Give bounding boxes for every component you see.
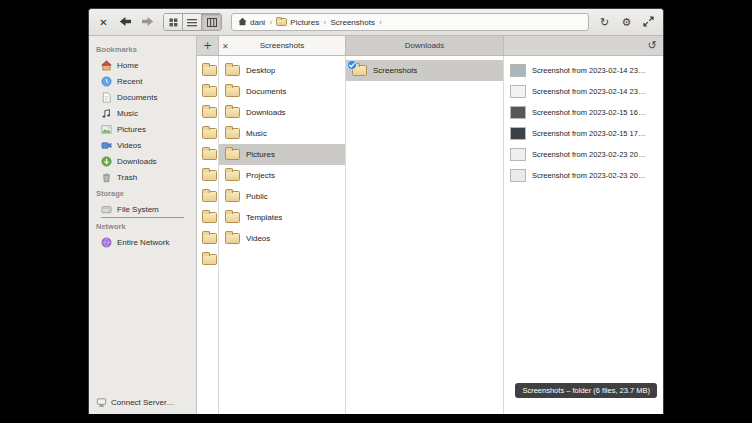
gear-icon: ⚙ <box>622 16 632 29</box>
parent-folder-item[interactable] <box>197 81 218 102</box>
folder-row-documents[interactable]: Documents <box>219 81 345 102</box>
sidebar-item-music[interactable]: Music <box>89 105 196 121</box>
folder-name: Templates <box>246 213 282 222</box>
parent-folder-item[interactable] <box>197 165 218 186</box>
folder-row-public[interactable]: Public <box>219 186 345 207</box>
file-row[interactable]: Screenshot from 2023-02-15 16… <box>504 102 663 123</box>
main-area: Bookmarks Home Recent Documents Music Pi… <box>89 36 663 414</box>
grid-view-button[interactable] <box>164 14 183 30</box>
column-view-button[interactable] <box>202 14 221 30</box>
toolbar: ✕ dani › Pictu <box>89 9 663 36</box>
breadcrumb-label: dani <box>250 18 265 27</box>
connect-server-label: Connect Server… <box>111 398 175 407</box>
folder-icon <box>276 18 287 26</box>
breadcrumb-label: Pictures <box>290 18 319 27</box>
sidebar-item-videos[interactable]: Videos <box>89 137 196 153</box>
folder-icon <box>202 254 217 265</box>
breadcrumb-home[interactable]: dani <box>235 17 268 28</box>
breadcrumb-label: Screenshots <box>330 18 374 27</box>
file-row[interactable]: Screenshot from 2023-02-23 20… <box>504 144 663 165</box>
folder-icon <box>202 170 217 181</box>
column-parent <box>197 56 219 414</box>
folder-icon <box>202 212 217 223</box>
file-row[interactable]: Screenshot from 2023-02-14 23… <box>504 81 663 102</box>
folder-row-videos[interactable]: Videos <box>219 228 345 249</box>
sidebar-item-home[interactable]: Home <box>89 57 196 73</box>
tab-screenshots[interactable]: ✕ Screenshots <box>219 36 346 55</box>
file-row[interactable]: Screenshot from 2023-02-14 23… <box>504 60 663 81</box>
sidebar-item-label: Documents <box>117 93 157 102</box>
parent-folder-item[interactable] <box>197 249 218 270</box>
status-tooltip: Screenshots – folder (6 files, 23.7 MB) <box>515 383 657 398</box>
folder-name: Videos <box>246 234 270 243</box>
new-tab-button[interactable]: + <box>197 36 219 55</box>
folder-row-pictures[interactable]: Pictures <box>219 144 345 165</box>
folder-name: Documents <box>246 87 286 96</box>
sidebar-section-network: Network <box>89 218 196 234</box>
parent-folder-item[interactable] <box>197 60 218 81</box>
file-name: Screenshot from 2023-02-15 16… <box>532 108 645 117</box>
column-view-icon <box>207 15 217 30</box>
forward-button[interactable] <box>138 13 157 32</box>
maximize-button[interactable] <box>639 13 658 32</box>
expand-icon <box>643 16 654 29</box>
downloads-icon <box>101 156 112 167</box>
recent-icon <box>101 76 112 87</box>
folder-row-downloads[interactable]: Downloads <box>219 102 345 123</box>
parent-folder-item[interactable] <box>197 123 218 144</box>
file-row[interactable]: Screenshot from 2023-02-23 20… <box>504 165 663 186</box>
selected-check-emblem-icon <box>347 60 357 70</box>
parent-folder-item[interactable] <box>197 144 218 165</box>
settings-button[interactable]: ⚙ <box>617 13 636 32</box>
tab-downloads[interactable]: Downloads <box>346 36 504 55</box>
breadcrumb-separator: › <box>378 18 383 27</box>
sidebar-item-recent[interactable]: Recent <box>89 73 196 89</box>
folder-name: Screenshots <box>373 66 417 75</box>
sidebar-item-file-system[interactable]: File System <box>89 201 196 217</box>
sidebar-item-downloads[interactable]: Downloads <box>89 153 196 169</box>
file-thumbnail-icon <box>510 148 526 161</box>
home-icon <box>101 60 112 71</box>
window-close-button[interactable]: ✕ <box>94 13 113 32</box>
tab-close-button[interactable]: ✕ <box>222 41 229 50</box>
folder-row-screenshots[interactable]: Screenshots <box>346 60 503 81</box>
folder-row-desktop[interactable]: Desktop <box>219 60 345 81</box>
folder-icon <box>225 191 240 202</box>
view-switcher <box>163 13 222 31</box>
parent-folder-item[interactable] <box>197 207 218 228</box>
parent-folder-item[interactable] <box>197 228 218 249</box>
folder-row-music[interactable]: Music <box>219 123 345 144</box>
folder-row-templates[interactable]: Templates <box>219 207 345 228</box>
connect-server-button[interactable]: Connect Server… <box>96 397 175 408</box>
list-view-button[interactable] <box>183 14 202 30</box>
folder-icon <box>225 170 240 181</box>
sidebar: Bookmarks Home Recent Documents Music Pi… <box>89 36 197 414</box>
back-button[interactable] <box>116 13 135 32</box>
file-row[interactable]: Screenshot from 2023-02-15 17… <box>504 123 663 144</box>
file-name: Screenshot from 2023-02-14 23… <box>532 87 645 96</box>
tab-label: Downloads <box>405 41 445 50</box>
tab-history-button[interactable]: ↺ <box>641 36 663 55</box>
documents-icon <box>101 92 112 103</box>
folder-row-projects[interactable]: Projects <box>219 165 345 186</box>
refresh-icon: ↻ <box>600 16 609 29</box>
sidebar-item-label: Videos <box>117 141 141 150</box>
sidebar-item-entire-network[interactable]: Entire Network <box>89 234 196 250</box>
desktop-background: { "toolbar": { "close_glyph": "✕", "sepa… <box>0 0 752 423</box>
sidebar-item-documents[interactable]: Documents <box>89 89 196 105</box>
trash-icon <box>101 172 112 183</box>
parent-folder-item[interactable] <box>197 186 218 207</box>
sidebar-item-trash[interactable]: Trash <box>89 169 196 185</box>
folder-icon <box>202 86 217 97</box>
folder-icon <box>225 212 240 223</box>
folder-icon <box>202 191 217 202</box>
music-icon <box>101 108 112 119</box>
path-bar[interactable]: dani › Pictures › Screenshots › <box>231 13 589 31</box>
breadcrumb-screenshots[interactable]: Screenshots <box>327 18 377 27</box>
parent-folder-item[interactable] <box>197 102 218 123</box>
sidebar-item-pictures[interactable]: Pictures <box>89 121 196 137</box>
file-thumbnail-icon <box>510 85 526 98</box>
breadcrumb-pictures[interactable]: Pictures <box>273 18 322 27</box>
column-home: Desktop Documents Downloads Music <box>219 56 346 414</box>
refresh-button[interactable]: ↻ <box>595 13 614 32</box>
